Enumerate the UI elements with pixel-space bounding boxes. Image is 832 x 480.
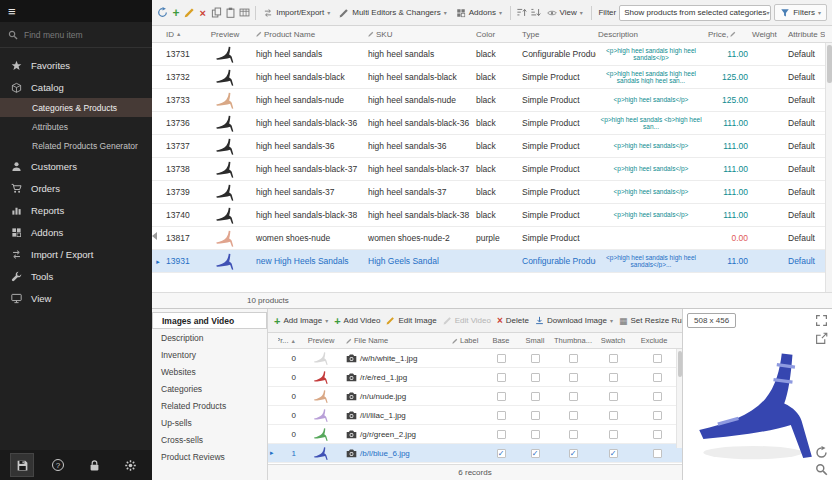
column-preview[interactable]: Preview <box>298 336 344 345</box>
thumbnail-checkbox[interactable] <box>569 449 578 458</box>
sidebar-item-addons[interactable]: Addons <box>0 221 152 243</box>
swatch-checkbox[interactable] <box>609 430 618 439</box>
base-checkbox[interactable] <box>497 411 506 420</box>
hamburger-menu-icon[interactable]: ≡ <box>8 5 16 18</box>
sidebar-collapse-handle[interactable] <box>152 232 157 240</box>
sidebar-item-tools[interactable]: Tools <box>0 265 152 287</box>
edit-image-button[interactable]: Edit Image <box>386 316 436 325</box>
thumbnail-checkbox[interactable] <box>569 411 578 420</box>
delete-image-button[interactable]: × Delete <box>497 315 529 326</box>
bottom-tab[interactable]: Description <box>152 329 267 346</box>
column-weight[interactable]: Weight <box>750 30 786 39</box>
swatch-checkbox[interactable] <box>609 449 618 458</box>
zoom-icon[interactable] <box>815 462 828 475</box>
bottom-tab[interactable]: Websites <box>152 363 267 380</box>
sidebar-item-reports[interactable]: Reports <box>0 199 152 221</box>
column-swatch[interactable]: Swatch <box>594 336 632 345</box>
filter-select[interactable]: Show products from selected categories ▾ <box>619 5 771 21</box>
small-checkbox[interactable] <box>531 430 540 439</box>
bottom-tab[interactable]: Cross-sells <box>152 431 267 448</box>
edit-product-button[interactable] <box>184 5 195 21</box>
rotate-icon[interactable] <box>815 445 828 458</box>
column-preview[interactable]: Preview <box>196 30 254 39</box>
vertical-scrollbar[interactable] <box>825 43 832 292</box>
sidebar-item-import-export[interactable]: Import / Export <box>0 243 152 265</box>
sort-asc-button[interactable] <box>516 5 527 21</box>
exclude-checkbox[interactable] <box>653 392 662 401</box>
small-checkbox[interactable] <box>531 373 540 382</box>
small-checkbox[interactable] <box>531 392 540 401</box>
column-file-name[interactable]: File Name <box>344 336 450 345</box>
help-icon[interactable]: ? <box>46 453 70 477</box>
column-position[interactable]: Pr...▲ <box>278 336 298 345</box>
table-row[interactable]: ▸ 13740 high heel sandals-black-38 high … <box>152 204 825 227</box>
small-checkbox[interactable] <box>531 354 540 363</box>
exclude-checkbox[interactable] <box>653 411 662 420</box>
base-checkbox[interactable] <box>497 392 506 401</box>
import-export-menu[interactable]: Import/Export ▾ <box>260 6 333 20</box>
image-row[interactable]: ▸ 0 /n/u/nude.jpg <box>268 387 682 406</box>
filters-button[interactable]: Filters ▾ <box>774 4 827 21</box>
base-checkbox[interactable] <box>497 354 506 363</box>
sidebar-item-orders[interactable]: Orders <box>0 177 152 199</box>
image-row[interactable]: ▸ 0 /g/r/green_2.jpg <box>268 425 682 444</box>
base-checkbox[interactable] <box>497 373 506 382</box>
column-sku[interactable]: SKU <box>366 30 474 39</box>
column-attribute-set[interactable]: Attribute Set Name <box>786 30 825 39</box>
columns-button[interactable] <box>239 5 250 21</box>
view-menu[interactable]: View ▾ <box>544 6 586 20</box>
image-row[interactable]: ▸ 1 /b/l/blue_6.jpg <box>268 444 682 463</box>
table-row[interactable]: ▸ 13733 high heel sandals-nude high heel… <box>152 89 825 112</box>
bottom-tab[interactable]: Images and Video <box>152 312 267 329</box>
save-icon[interactable] <box>10 453 34 477</box>
image-row[interactable]: ▸ 0 /l/i/lilac_1.jpg <box>268 406 682 425</box>
table-row[interactable]: ▸ 13732 high heel sandals-black high hee… <box>152 66 825 89</box>
swatch-checkbox[interactable] <box>609 354 618 363</box>
edit-video-button[interactable]: Edit Video <box>443 316 491 325</box>
table-row[interactable]: ▸ 13736 high heel sandals-black-36 high … <box>152 112 825 135</box>
paste-button[interactable] <box>225 5 236 21</box>
sidebar-item-related-products-generator[interactable]: Related Products Generator <box>0 136 152 155</box>
bottom-tab[interactable]: Up-sells <box>152 414 267 431</box>
base-checkbox[interactable] <box>497 449 506 458</box>
fullscreen-icon[interactable] <box>815 313 828 326</box>
column-id[interactable]: ID▲ <box>164 30 196 39</box>
sidebar-item-catalog[interactable]: Catalog <box>0 76 152 98</box>
gear-icon[interactable] <box>118 453 142 477</box>
add-product-button[interactable]: + <box>171 5 181 21</box>
column-exclude[interactable]: Exclude <box>632 336 676 345</box>
bottom-tab[interactable]: Categories <box>152 380 267 397</box>
sidebar-item-attributes[interactable]: Attributes <box>0 117 152 136</box>
set-resize-rule-button[interactable]: ▦ Set Resize Rule ▾ <box>619 316 682 326</box>
thumbnail-checkbox[interactable] <box>569 373 578 382</box>
copy-button[interactable] <box>211 5 222 21</box>
lock-icon[interactable] <box>82 453 106 477</box>
sidebar-item-view[interactable]: View <box>0 287 152 309</box>
exclude-checkbox[interactable] <box>653 373 662 382</box>
exclude-checkbox[interactable] <box>653 354 662 363</box>
delete-product-button[interactable]: × <box>198 5 208 21</box>
scrollbar-thumb[interactable] <box>827 45 832 83</box>
swatch-checkbox[interactable] <box>609 411 618 420</box>
menu-search-input[interactable] <box>24 30 134 40</box>
thumbnail-checkbox[interactable] <box>569 354 578 363</box>
exclude-checkbox[interactable] <box>653 449 662 458</box>
table-row[interactable]: ▸ 13739 high heel sandals-37 high heel s… <box>152 181 825 204</box>
table-row[interactable]: ▸ 13731 high heel sandals high heel sand… <box>152 43 825 66</box>
sidebar-item-customers[interactable]: Customers <box>0 155 152 177</box>
column-price[interactable]: Price, <box>706 30 750 39</box>
download-image-button[interactable]: Download Image ▾ <box>535 316 613 325</box>
small-checkbox[interactable] <box>531 449 540 458</box>
image-row[interactable]: ▸ 0 /w/h/white_1.jpg <box>268 349 682 368</box>
sidebar-item-favorites[interactable]: Favorites <box>0 54 152 76</box>
add-image-button[interactable]: + Add Image ▾ <box>274 315 328 327</box>
column-thumbnail[interactable]: Thumbna... <box>552 336 594 345</box>
table-row[interactable]: ▸ 13931 new High Heels Sandals High Geel… <box>152 250 825 273</box>
table-row[interactable]: ▸ 13737 high heel sandals-36 high heel s… <box>152 135 825 158</box>
thumbnail-checkbox[interactable] <box>569 392 578 401</box>
sort-desc-button[interactable] <box>530 5 541 21</box>
image-row[interactable]: ▸ 0 /r/e/red_1.jpg <box>268 368 682 387</box>
column-small[interactable]: Small <box>518 336 552 345</box>
base-checkbox[interactable] <box>497 430 506 439</box>
sidebar-item-categories-products[interactable]: Categories & Products <box>0 98 152 117</box>
